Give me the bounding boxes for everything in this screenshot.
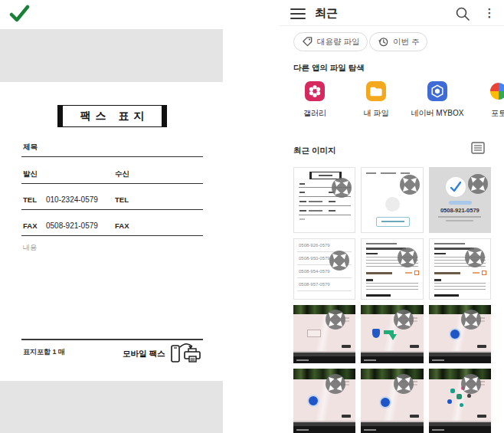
move-handle-icon[interactable] [460,373,482,395]
move-handle-icon[interactable] [467,173,489,195]
fax-value: 0508-921-0579 [46,221,98,230]
move-handle-icon[interactable] [393,373,414,395]
divider-line [21,209,203,210]
tel-to-label: TEL [115,195,129,204]
fax-title: 팩스 표지 [80,110,149,123]
thumbnail-fax-number-confirm[interactable]: 0508-921-0579 [429,167,491,233]
pinwheel-glyph [489,81,504,101]
screenshot-root: 팩스 표지 제목 발신 수신 TEL 010-2324-0579 TEL FAX… [0,0,504,433]
move-handle-icon[interactable] [399,174,421,195]
screen-rectangle-overlay [307,330,321,337]
app-gallery[interactable]: 갤러리 [284,81,345,119]
chip-label: 이번 주 [393,37,419,48]
top-gray-band [0,29,223,82]
tel-value: 010-2324-0579 [46,195,98,204]
other-apps-section-label: 다른 앱의 파일 탐색 [293,63,365,74]
orange-checkbox [482,271,486,275]
thumbnail-photo-screen[interactable] [429,369,491,433]
blue-check-icon [450,181,462,193]
scattered-icon [450,389,455,393]
move-handle-icon[interactable] [331,177,352,198]
search-icon[interactable] [454,5,471,22]
list-view-toggle-icon[interactable] [471,142,485,154]
fax-label: FAX [23,221,37,230]
move-handle-icon[interactable] [464,247,486,268]
thumbnail-fax-number-list[interactable]: 0508-926-0579 0508-950-0579 0508-954-057… [293,238,355,300]
fax-cover-preview-panel: 팩스 표지 제목 발신 수신 TEL 010-2324-0579 TEL FAX… [0,0,280,433]
app-my-files[interactable]: 내 파일 [345,81,407,119]
move-handle-icon[interactable] [397,247,418,268]
app-photos[interactable]: 포토 [468,81,504,119]
menu-icon[interactable] [290,8,306,19]
photos-app-icon [489,81,504,101]
app-label: 네이버 MYBOX [407,108,468,119]
app-label: 갤러리 [284,108,345,119]
scattered-icon [447,399,452,404]
move-handle-icon[interactable] [325,309,346,330]
blue-circle-overlay [307,395,319,407]
green-arrowhead [389,334,397,340]
recent-images-section-label: 최근 이미지 [293,146,335,156]
pages-included-text: 표지포함 1 매 [23,347,65,357]
thumbnail-photo-screen[interactable] [361,369,423,433]
recent-images-grid: 0508-921-0579 0508-926-0579 0508-950-057… [293,167,491,433]
from-label: 발신 [23,169,38,179]
move-handle-icon[interactable] [325,373,346,395]
scattered-icon [457,394,462,399]
flower-glyph [306,83,323,100]
move-handle-icon[interactable] [393,309,414,330]
thumbnail-app-page[interactable] [361,167,423,233]
thumbnail-photo-screen[interactable] [293,305,355,363]
fax-number: 0508-950-0579 [299,256,330,261]
page-title: 최근 [315,6,338,21]
blue-check-badge [446,177,466,197]
history-icon [378,36,389,48]
to-label: 수신 [115,169,129,179]
scattered-icon [460,403,463,407]
divider-line [21,156,203,157]
fax-number: 0508-957-0579 [299,282,330,287]
footer-divider-line [21,339,203,340]
filter-chip-this-week[interactable]: 이번 주 [369,32,427,51]
fax-number: 0508-926-0579 [299,243,330,248]
fax-to-label: FAX [115,221,129,230]
thumbnail-fax-cover[interactable] [293,167,355,233]
fax-number: 0508-954-0579 [299,269,330,274]
fax-title-box: 팩스 표지 [57,105,167,127]
tel-label: TEL [23,195,37,204]
app-label: 포토 [468,108,504,119]
header-divider [280,25,504,26]
fax-machine-icon [170,342,202,365]
thumbnail-terms-document[interactable] [361,238,423,300]
naver-mybox-app-icon [427,81,447,101]
thumbnail-photo-screen[interactable] [293,369,355,433]
subject-label: 제목 [23,143,38,153]
thumbnail-photo-screen[interactable] [361,305,423,363]
blue-circle-overlay [449,328,461,340]
filter-chip-large-files[interactable]: 대용량 파일 [293,32,368,51]
app-naver-mybox[interactable]: 네이버 MYBOX [407,81,468,119]
move-handle-icon[interactable] [329,250,350,271]
divider-line [21,235,203,236]
more-options-icon[interactable]: ⋮ [483,5,496,21]
green-check-icon [9,3,30,24]
chip-label: 대용량 파일 [317,37,359,48]
app-label: 내 파일 [345,108,407,119]
folder-glyph [368,83,385,100]
hexagon-box-glyph [429,83,446,100]
bottom-gray-band [0,381,223,433]
divider-line [21,183,203,184]
move-handle-icon[interactable] [460,309,482,330]
confirm-number-text: 0508-921-0579 [429,207,491,214]
mobile-fax-brand-text: 모바일 팩스 [123,349,165,359]
orange-checkbox [414,271,419,275]
my-files-app-icon [366,81,386,101]
thumbnail-terms-document[interactable] [429,238,491,300]
content-label: 내용 [23,243,37,253]
thumbnail-photo-screen[interactable] [429,305,491,363]
tag-icon [302,36,313,48]
gallery-app-icon [305,81,325,101]
file-picker-panel: 최근 ⋮ 대용량 파일 이번 주 다른 앱의 파일 탐색 [280,0,504,433]
